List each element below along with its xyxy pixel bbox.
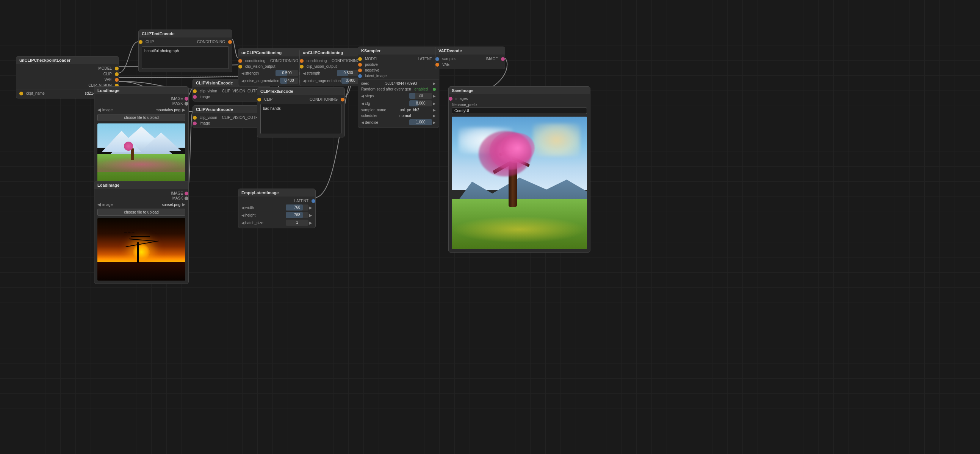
arrow-left-denoise[interactable]: ◀: [361, 121, 364, 125]
random-seed-row: Random seed after every gen enabled: [358, 86, 439, 92]
node-title-cve2: CLIPVisionEncode: [196, 107, 233, 112]
arrow-right-cfg[interactable]: ▶: [433, 102, 436, 106]
image-preview-li2: 〜 〜 〜: [97, 218, 185, 281]
seed-row: seed 363144044778993 ▶: [358, 81, 439, 86]
arrow-left-strength-uc2[interactable]: ◀: [303, 71, 306, 75]
port-image-out-li2[interactable]: [185, 192, 188, 195]
port-mask-out-li2[interactable]: [185, 197, 188, 200]
text-area-pos[interactable]: beautiful photograph: [142, 46, 229, 69]
io-row-ks-latent: latent_image: [358, 73, 439, 79]
label-mask-out-li1: MASK: [172, 102, 183, 106]
io-row-eli-latent: LATENT: [239, 198, 315, 204]
denoise-row: ◀ denoise 1.000 ▶: [358, 119, 439, 126]
port-mask-out-li1[interactable]: [185, 102, 188, 106]
arrow-right-denoise[interactable]: ▶: [433, 121, 436, 125]
strength-row-uc1: ◀ strength 0.500 ▶: [239, 69, 305, 77]
port-samples-in-vd[interactable]: [436, 57, 439, 61]
port-model-in-ks[interactable]: [358, 57, 362, 61]
arrow-right-img-li1[interactable]: ▶: [182, 107, 185, 113]
text-area-neg[interactable]: bad hands: [260, 104, 342, 134]
port-images-in-si[interactable]: [449, 97, 452, 101]
arrow-seed[interactable]: ▶: [433, 81, 436, 86]
port-clip-in-neg[interactable]: [257, 98, 261, 102]
label-uc2-cvo: clip_vision_output: [307, 64, 337, 68]
label-strength-uc2: strength: [307, 71, 336, 75]
port-model-out[interactable]: [115, 67, 119, 70]
node-unclip-cond1: unCLIPConditioning conditioning CONDITIO…: [238, 48, 305, 86]
arrow-right-batch[interactable]: ▶: [309, 221, 312, 225]
arrow-left-cfg[interactable]: ◀: [361, 102, 364, 106]
arrow-left-noise-uc2[interactable]: ◀: [303, 79, 306, 83]
label-noise-uc2: noise_augmentation: [307, 79, 341, 83]
port-cvo-in-uc2[interactable]: [300, 65, 304, 68]
label-mask-out-li2: MASK: [172, 196, 183, 200]
port-vae-in-vd[interactable]: [436, 63, 439, 67]
arrow-scheduler[interactable]: ▶: [433, 114, 436, 118]
node-save-image: SaveImage images filename_prefix: [448, 86, 590, 252]
arrow-right-steps[interactable]: ▶: [433, 94, 436, 98]
port-cond-out[interactable]: [228, 40, 232, 44]
port-cond-in-uc1[interactable]: [239, 59, 242, 63]
node-title-si: SaveImage: [452, 88, 473, 93]
arrow-left-batch[interactable]: ◀: [242, 221, 245, 225]
port-ckpt-in[interactable]: [19, 92, 23, 95]
arrow-right-img-li2[interactable]: ▶: [182, 202, 185, 207]
label-image-li2: image: [102, 203, 113, 207]
port-img-in2[interactable]: [193, 122, 197, 125]
choose-file-btn-li1[interactable]: choose file to upload: [97, 114, 185, 121]
arrow-left-width[interactable]: ◀: [242, 206, 245, 210]
label-cv1: clip_vision: [200, 89, 217, 93]
label-image-out-vd: IMAGE: [486, 57, 498, 61]
port-cv-in2[interactable]: [193, 116, 197, 120]
label-height-eli: height: [245, 213, 285, 217]
image-preview-si: [452, 117, 587, 249]
value-image-li1: mountains.png: [114, 108, 180, 112]
arrow-right-height[interactable]: ▶: [309, 213, 312, 217]
scheduler-row: scheduler normal ▶: [358, 113, 439, 119]
node-header-clip-text-pos: CLIPTextEncode: [139, 30, 232, 38]
batch-row-eli: ◀ batch_size 1 ▶: [239, 219, 315, 227]
node-clip-text-encode-pos: CLIPTextEncode CLIP CONDITIONING beautif…: [138, 30, 232, 72]
label-vae: VAE: [105, 78, 112, 82]
arrow-left-strength-uc1[interactable]: ◀: [242, 71, 245, 75]
port-vae-out[interactable]: [115, 78, 119, 82]
dot-enabled: [433, 88, 436, 91]
port-clip-in[interactable]: [139, 40, 143, 44]
port-cond-in-uc2[interactable]: [300, 59, 304, 63]
choose-file-btn-li2[interactable]: choose file to upload: [97, 209, 185, 216]
port-cv-in1[interactable]: [193, 89, 197, 93]
value-noise-uc1: 0.400: [280, 78, 298, 84]
node-header-uc2: unCLIPConditioning: [300, 49, 366, 56]
node-body-uc1: conditioning CONDITIONING clip_vision_ou…: [239, 56, 305, 86]
node-clip-text-encode-neg: CLIPTextEncode CLIP CONDITIONING bad han…: [257, 87, 345, 137]
arrow-right-width[interactable]: ▶: [309, 206, 312, 210]
io-row-li1-out: IMAGE MASK: [94, 96, 188, 106]
io-row-clip-cond: CLIP CONDITIONING: [139, 39, 232, 45]
port-latent-out-eli[interactable]: [312, 199, 315, 203]
port-img-in1[interactable]: [193, 95, 197, 99]
filename-prefix-input[interactable]: [452, 108, 587, 114]
arrow-left-steps[interactable]: ◀: [361, 94, 364, 98]
node-body-clip-text-pos: CLIP CONDITIONING beautiful photograph: [139, 38, 232, 72]
arrow-sampler[interactable]: ▶: [433, 108, 436, 112]
value-height-eli: 768: [286, 212, 309, 218]
arrow-left-img-li1[interactable]: ◀: [97, 107, 101, 113]
port-clip-out[interactable]: [115, 72, 119, 76]
strength-row-uc2: ◀ strength 0.500 ▶: [300, 69, 366, 77]
port-cond-out-neg[interactable]: [341, 98, 344, 102]
node-title-uc2: unCLIPConditioning: [303, 50, 343, 55]
arrow-left-height[interactable]: ◀: [242, 213, 245, 217]
label-model: MODEL: [98, 66, 112, 70]
arrow-left-img-li2[interactable]: ◀: [97, 202, 101, 207]
label-latent-out-eli: LATENT: [294, 199, 309, 203]
node-load-image2: LoadImage IMAGE MASK ◀ image sunset.png …: [94, 181, 189, 284]
port-image-out-li1[interactable]: [185, 97, 188, 101]
arrow-left-noise-uc1[interactable]: ◀: [242, 79, 245, 83]
port-cvo-in-uc1[interactable]: [239, 65, 242, 68]
port-pos-in-ks[interactable]: [358, 63, 362, 67]
label-width-eli: width: [245, 206, 285, 210]
port-image-out-vd[interactable]: [501, 57, 505, 61]
cfg-row: ◀ cfg 8.000 ▶: [358, 100, 439, 107]
label-image-li1: image: [102, 108, 113, 112]
label-filename-prefix: filename_prefix: [452, 103, 477, 107]
